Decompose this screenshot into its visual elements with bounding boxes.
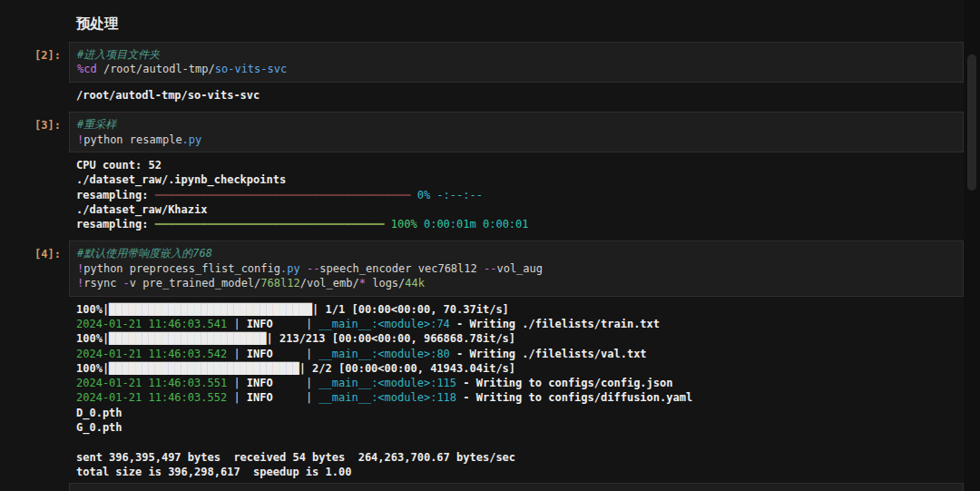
tqdm-text: 100%|█████████████████████████████| 2/2 … bbox=[76, 362, 515, 375]
stdout-line: ./dataset_raw/.ipynb_checkpoints bbox=[76, 172, 956, 187]
scrollbar-track[interactable] bbox=[964, 0, 980, 491]
code-line: #重采样 bbox=[77, 117, 956, 132]
execution-count-3: [3]: bbox=[0, 112, 69, 133]
stdout-line: G_0.pth bbox=[76, 420, 956, 435]
code-text: /root/autodl-tmp/ bbox=[97, 63, 215, 75]
log-timestamp: 2024-01-21 11:46:03.551 bbox=[76, 377, 227, 389]
stdout-text: ./dataset_raw/Khazix bbox=[76, 203, 208, 216]
stdout-line: total size is 396,298,617 speedup is 1.0… bbox=[76, 465, 956, 479]
tqdm-text: 100%|████████████████████████| 213/213 [… bbox=[76, 332, 515, 345]
cell-output-4: 100%|███████████████████████████████| 1/… bbox=[69, 297, 964, 484]
code-editor-2[interactable]: #进入项目文件夹 %cd /root/autodl-tmp/so-vits-sv… bbox=[69, 42, 964, 83]
section-heading: 预处理 bbox=[69, 13, 964, 33]
stdout-text: sent 396,395,497 bytes received 54 bytes… bbox=[76, 451, 515, 464]
magic-command: %cd bbox=[77, 63, 97, 75]
notebook-panel: 预处理 [2]: #进入项目文件夹 %cd /root/autodl-tmp/s… bbox=[0, 0, 980, 491]
progress-line: resampling: ━━━━━━━━━━━━━━━━━━━━━━━━━━━━… bbox=[76, 217, 956, 231]
progress-line: resampling: ━━━━━━━━━━━━━━━━━━━━━━━━━━━━… bbox=[76, 188, 956, 202]
log-timestamp: 2024-01-21 11:46:03.542 bbox=[76, 348, 227, 360]
stdout-text: G_0.pth bbox=[76, 421, 122, 434]
code-line: #进入项目文件夹 bbox=[77, 47, 956, 62]
execution-count-2: [2]: bbox=[0, 42, 69, 63]
log-separator: | bbox=[227, 348, 247, 360]
code-line: !python preprocess_flist_config.py --spe… bbox=[77, 261, 956, 276]
log-level: INFO bbox=[247, 391, 273, 404]
log-module: __main__:<module>:80 bbox=[318, 348, 450, 360]
code-editor-next-partial[interactable] bbox=[69, 483, 964, 491]
code-line: !python resample.py bbox=[77, 133, 956, 147]
log-line: 2024-01-21 11:46:03.552 | INFO | __main_… bbox=[76, 390, 956, 405]
log-separator: | bbox=[227, 377, 247, 389]
tqdm-text: 100%|███████████████████████████████| 1/… bbox=[76, 303, 509, 316]
code-cell-3: [3]: #重采样 !python resample.py CPU count:… bbox=[0, 112, 964, 235]
execution-count-4: [4]: bbox=[0, 241, 69, 261]
code-comment: #进入项目文件夹 bbox=[77, 48, 160, 61]
log-separator: | bbox=[273, 391, 319, 404]
code-text: python resample bbox=[83, 133, 181, 146]
stdout-text: /root/autodl-tmp/so-vits-svc bbox=[76, 89, 260, 102]
progress-label: resampling: bbox=[76, 218, 155, 231]
code-text: vol_aug bbox=[496, 262, 543, 275]
progress-percent: 100% bbox=[385, 218, 424, 231]
tqdm-progress-line: 100%|████████████████████████| 213/213 [… bbox=[76, 331, 956, 346]
stdout-line: /root/autodl-tmp/so-vits-svc bbox=[76, 88, 956, 103]
stdout-line: sent 396,395,497 bytes received 54 bytes… bbox=[76, 450, 956, 465]
scrollbar-thumb[interactable] bbox=[967, 54, 976, 191]
code-comment: #默认使用带响度嵌入的768 bbox=[77, 247, 212, 260]
log-separator: | bbox=[273, 348, 319, 360]
code-text: logs/ bbox=[366, 277, 405, 290]
log-module: __main__:<module>:118 bbox=[318, 391, 456, 404]
log-message: - Writing to configs/diffusion.yaml bbox=[456, 391, 692, 404]
code-text: /vol_emb/ bbox=[300, 277, 359, 290]
log-message: - Writing ./filelists/val.txt bbox=[450, 348, 647, 360]
code-cell-next-partial bbox=[0, 483, 964, 491]
code-editor-3[interactable]: #重采样 !python resample.py bbox=[69, 112, 964, 152]
code-comment: #重采样 bbox=[77, 118, 116, 131]
log-line: 2024-01-21 11:46:03.551 | INFO | __main_… bbox=[76, 376, 956, 390]
log-line: 2024-01-21 11:46:03.541 | INFO | __main_… bbox=[76, 317, 956, 331]
log-message: - Writing ./filelists/train.txt bbox=[450, 318, 660, 330]
code-text: v pre_trained_model/ bbox=[130, 277, 261, 290]
blank-line bbox=[76, 435, 956, 449]
stdout-line: ./dataset_raw/Khazix bbox=[76, 202, 956, 217]
log-separator: | bbox=[273, 377, 319, 389]
log-message: - Writing to configs/config.json bbox=[456, 377, 672, 389]
markdown-cell[interactable]: 预处理 bbox=[0, 13, 964, 33]
code-cell-4: [4]: #默认使用带响度嵌入的768 !python preprocess_f… bbox=[0, 241, 964, 483]
code-line: !rsync -v pre_trained_model/768l12/vol_e… bbox=[77, 276, 956, 290]
tqdm-progress-line: 100%|███████████████████████████████| 1/… bbox=[76, 302, 956, 317]
stdout-text: D_0.pth bbox=[76, 407, 122, 419]
log-line: 2024-01-21 11:46:03.542 | INFO | __main_… bbox=[76, 347, 956, 361]
progress-bar-complete: ━━━━━━━━━━━━━━━━━━━━━━━━━━━━━━━━━━━ bbox=[155, 218, 385, 231]
cell-output-3: CPU count: 52 ./dataset_raw/.ipynb_check… bbox=[69, 152, 964, 235]
code-text bbox=[300, 262, 307, 275]
log-level: INFO bbox=[247, 348, 273, 360]
code-text: .py bbox=[182, 133, 202, 146]
progress-label: resampling: bbox=[76, 189, 155, 201]
stdout-text: total size is 396,298,617 speedup is 1.0… bbox=[76, 466, 351, 478]
code-operator: -- bbox=[484, 262, 496, 275]
stdout-line: CPU count: 52 bbox=[76, 158, 956, 172]
log-separator: | bbox=[273, 318, 319, 330]
code-number: 768l12 bbox=[260, 277, 299, 290]
stdout-text: CPU count: 52 bbox=[76, 159, 162, 172]
cell-output-2: /root/autodl-tmp/so-vits-svc bbox=[69, 83, 964, 106]
markdown-cell-prompt bbox=[0, 13, 69, 19]
code-editor-4[interactable]: #默认使用带响度嵌入的768 !python preprocess_flist_… bbox=[69, 241, 964, 296]
log-level: INFO bbox=[247, 318, 273, 330]
log-level: INFO bbox=[247, 377, 273, 389]
log-separator: | bbox=[227, 391, 247, 404]
code-operator: -- bbox=[307, 262, 319, 275]
log-timestamp: 2024-01-21 11:46:03.552 bbox=[76, 391, 227, 404]
code-text: python preprocess_flist_config bbox=[83, 262, 280, 275]
stdout-line: D_0.pth bbox=[76, 406, 956, 420]
code-number: 44k bbox=[405, 277, 425, 290]
code-line: #默认使用带响度嵌入的768 bbox=[77, 246, 956, 260]
execution-count-next bbox=[0, 483, 69, 489]
code-text: .py bbox=[280, 262, 300, 275]
code-operator: - bbox=[123, 277, 130, 290]
code-operator: * bbox=[359, 277, 366, 290]
progress-time: 0:00:01m 0:00:01 bbox=[424, 218, 529, 231]
code-text: so-vits-svc bbox=[215, 63, 287, 75]
log-separator: | bbox=[227, 318, 247, 330]
